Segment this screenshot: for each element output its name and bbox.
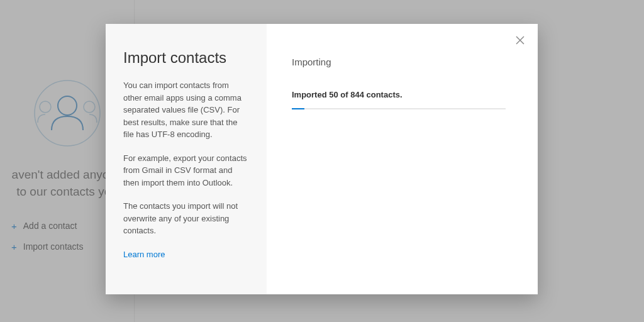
dialog-title: Import contacts [123, 49, 249, 67]
dialog-paragraph-1: You can import contacts from other email… [123, 79, 249, 141]
import-contacts-dialog: Import contacts You can import contacts … [106, 24, 538, 294]
dialog-info-panel: Import contacts You can import contacts … [106, 24, 267, 294]
dialog-paragraph-2: For example, export your contacts from G… [123, 152, 249, 189]
dialog-content-panel: Importing Imported 50 of 844 contacts. [267, 24, 538, 294]
close-icon [516, 36, 525, 45]
progress-bar-fill [292, 108, 304, 109]
dialog-paragraph-3: The contacts you import will not overwri… [123, 200, 249, 237]
learn-more-link[interactable]: Learn more [123, 250, 165, 259]
import-progress-text: Imported 50 of 844 contacts. [292, 90, 515, 99]
import-status-title: Importing [292, 57, 515, 67]
progress-bar [292, 108, 506, 109]
close-button[interactable] [513, 33, 528, 48]
